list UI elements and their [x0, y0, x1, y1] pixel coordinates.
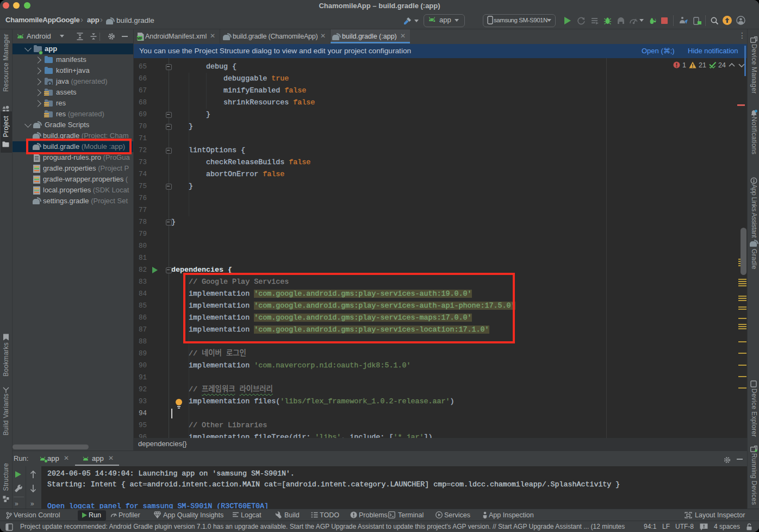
svg-text:MF: MF — [137, 36, 142, 40]
